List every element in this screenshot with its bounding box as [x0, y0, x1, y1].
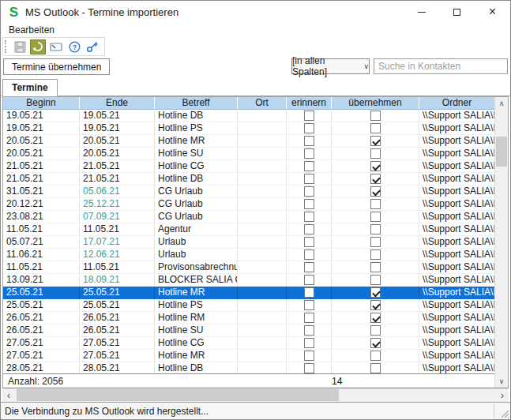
- help-icon[interactable]: ?: [66, 39, 82, 54]
- table-row[interactable]: 11.05.21 11.05.21 Agentur \\Support SALI…: [3, 223, 494, 236]
- column-header-beginn[interactable]: Beginn: [3, 97, 80, 109]
- cell-ort: [238, 186, 287, 198]
- table-row[interactable]: 25.05.21 25.05.21 Hotline PS \\Support S…: [3, 299, 494, 312]
- horizontal-scrollbar[interactable]: ‹ ›: [2, 388, 509, 402]
- key-icon[interactable]: [85, 39, 100, 54]
- cell-ende: 05.06.21: [80, 186, 155, 198]
- erinnern-checkbox[interactable]: [304, 300, 314, 310]
- apply-appointments-button[interactable]: Termine übernehmen: [3, 58, 110, 75]
- cell-beginn: 20.12.21: [3, 198, 80, 211]
- uebernehmen-checkbox[interactable]: [370, 161, 381, 171]
- menu-item-bearbeiten[interactable]: Bearbeiten: [7, 24, 56, 36]
- column-header-betreff[interactable]: Betreff: [155, 97, 238, 109]
- uebernehmen-checkbox[interactable]: [370, 351, 381, 361]
- erinnern-checkbox[interactable]: [304, 363, 314, 373]
- table-row[interactable]: 23.08.21 07.09.21 CG Urlaub \\Support SA…: [3, 211, 494, 223]
- search-input[interactable]: [374, 58, 508, 74]
- uebernehmen-checkbox[interactable]: [370, 287, 381, 298]
- erinnern-checkbox[interactable]: [304, 237, 314, 247]
- table-row[interactable]: 31.05.21 05.06.21 CG Urlaub \\Support SA…: [3, 186, 494, 198]
- uebernehmen-checkbox[interactable]: [370, 136, 381, 146]
- erinnern-checkbox[interactable]: [304, 275, 314, 285]
- uebernehmen-checkbox[interactable]: [370, 224, 381, 234]
- scroll-right-icon[interactable]: ›: [496, 388, 509, 402]
- erinnern-checkbox[interactable]: [304, 262, 314, 272]
- uebernehmen-checkbox[interactable]: [370, 275, 381, 285]
- column-filter-select[interactable]: [in allen Spalten] ∨: [291, 58, 370, 74]
- uebernehmen-checkbox[interactable]: [370, 111, 381, 121]
- table-row[interactable]: 20.05.21 20.05.21 Hotline MR \\Support S…: [3, 135, 494, 148]
- uebernehmen-checkbox[interactable]: [370, 313, 381, 323]
- tab-termine[interactable]: Termine: [2, 79, 58, 96]
- uebernehmen-checkbox[interactable]: [370, 363, 381, 373]
- sync-icon[interactable]: [30, 39, 46, 54]
- table-row[interactable]: 13.09.21 18.09.21 BLOCKER SALIA Online E…: [3, 274, 494, 287]
- horizontal-scrollbar-thumb[interactable]: [17, 389, 339, 401]
- vertical-scrollbar-track[interactable]: [495, 110, 508, 375]
- maximize-button[interactable]: [439, 1, 475, 23]
- uebernehmen-checkbox[interactable]: [370, 237, 381, 247]
- column-header-erinnern[interactable]: erinnern: [287, 97, 332, 109]
- table-row[interactable]: 27.05.21 27.05.21 Hotline CG \\Support S…: [3, 337, 494, 350]
- table-row[interactable]: 26.05.21 26.05.21 Hotline RM \\Support S…: [3, 312, 494, 324]
- erinnern-checkbox[interactable]: [304, 148, 314, 159]
- column-header-ort[interactable]: Ort: [238, 97, 287, 109]
- erinnern-checkbox[interactable]: [304, 111, 314, 121]
- erinnern-checkbox[interactable]: [304, 224, 314, 234]
- table-row[interactable]: 21.05.21 21.05.21 Hotline CG \\Support S…: [3, 160, 494, 173]
- erinnern-checkbox[interactable]: [304, 212, 314, 222]
- column-header-uebernehmen[interactable]: übernehmen: [332, 97, 419, 109]
- table-row[interactable]: 11.06.21 12.06.21 Urlaub \\Support SALIA…: [3, 249, 494, 261]
- erinnern-checkbox[interactable]: [304, 136, 314, 146]
- scroll-up-icon[interactable]: ∧: [495, 97, 508, 110]
- erinnern-checkbox[interactable]: [304, 313, 314, 323]
- table-row[interactable]: 11.05.21 11.05.21 Provisonsabrechnung \\…: [3, 261, 494, 274]
- erinnern-checkbox[interactable]: [304, 174, 314, 184]
- save-icon[interactable]: [12, 39, 28, 54]
- uebernehmen-checkbox[interactable]: [370, 212, 381, 222]
- uebernehmen-checkbox[interactable]: [370, 325, 381, 336]
- erinnern-checkbox[interactable]: [304, 338, 314, 348]
- scroll-left-icon[interactable]: ‹: [2, 388, 15, 402]
- erinnern-checkbox[interactable]: [304, 287, 314, 298]
- uebernehmen-checkbox[interactable]: [370, 123, 381, 133]
- horizontal-scrollbar-track[interactable]: [15, 388, 496, 402]
- minimize-button[interactable]: [404, 1, 439, 23]
- table-row[interactable]: 19.05.21 19.05.21 Hotline DB \\Support S…: [3, 110, 494, 122]
- table-row[interactable]: 20.12.21 25.12.21 CG Urlaub \\Support SA…: [3, 198, 494, 211]
- table-row[interactable]: 20.05.21 20.05.21 Hotline SU \\Support S…: [3, 148, 494, 160]
- erinnern-checkbox[interactable]: [304, 249, 314, 260]
- table-row[interactable]: 21.05.21 21.05.21 Hotline DB \\Support S…: [3, 173, 494, 186]
- uebernehmen-checkbox[interactable]: [370, 262, 381, 272]
- erinnern-checkbox[interactable]: [304, 161, 314, 171]
- erinnern-checkbox[interactable]: [304, 325, 314, 336]
- uebernehmen-checkbox[interactable]: [370, 338, 381, 348]
- erinnern-checkbox[interactable]: [304, 186, 314, 197]
- mail-icon[interactable]: [48, 39, 64, 54]
- uebernehmen-checkbox[interactable]: [370, 300, 381, 310]
- uebernehmen-checkbox[interactable]: [370, 249, 381, 260]
- uebernehmen-checkbox[interactable]: [370, 199, 381, 209]
- table-row[interactable]: 05.07.21 17.07.21 Urlaub \\Support SALIA…: [3, 236, 494, 249]
- table-row[interactable]: 27.05.21 27.05.21 Hotline MR \\Support S…: [3, 350, 494, 362]
- erinnern-checkbox[interactable]: [304, 199, 314, 209]
- table-row[interactable]: 28.05.21 28.05.21 Hotline DB \\Support S…: [3, 362, 494, 373]
- column-header-ende[interactable]: Ende: [80, 97, 155, 109]
- erinnern-checkbox[interactable]: [304, 123, 314, 133]
- table-row[interactable]: 19.05.21 19.05.21 Hotline PS \\Support S…: [3, 122, 494, 135]
- cell-ort: [238, 198, 287, 211]
- erinnern-checkbox[interactable]: [304, 351, 314, 361]
- uebernehmen-checkbox[interactable]: [370, 186, 381, 197]
- table-row[interactable]: 26.05.21 26.05.21 Hotline SU \\Support S…: [3, 324, 494, 337]
- uebernehmen-checkbox[interactable]: [370, 148, 381, 159]
- uebernehmen-checkbox[interactable]: [370, 174, 381, 184]
- toolbar-grip[interactable]: [5, 40, 7, 53]
- resize-grip-icon[interactable]: [498, 407, 509, 418]
- column-header-ordner[interactable]: Ordner: [419, 97, 494, 109]
- scroll-down-icon[interactable]: ∨: [495, 375, 508, 388]
- table-row[interactable]: 25.05.21 25.05.21 Hotline MR \\Support S…: [3, 287, 494, 299]
- vertical-scrollbar[interactable]: ∧ ∨: [494, 97, 508, 388]
- close-button[interactable]: ×: [475, 1, 510, 23]
- vertical-scrollbar-thumb[interactable]: [496, 137, 507, 167]
- cell-uebernehmen: [332, 160, 419, 173]
